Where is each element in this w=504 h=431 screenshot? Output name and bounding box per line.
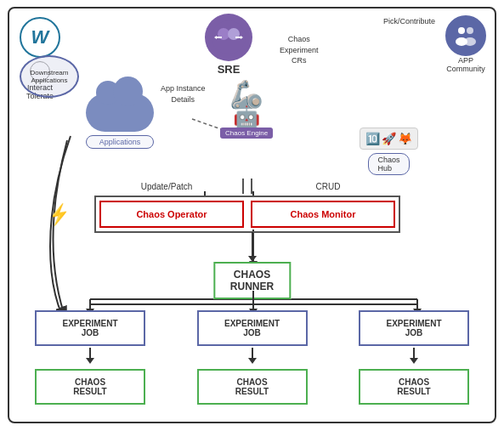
exp-job-box-right: EXPERIMENTJOB <box>359 310 469 346</box>
sre-icon <box>205 14 252 61</box>
app-community-section: APPCommunity <box>445 15 486 73</box>
col-arrow-left <box>86 348 94 364</box>
app-community-icon <box>445 15 486 56</box>
chaos-operator-box: Chaos Operator <box>99 201 244 228</box>
sre-label: SRE <box>218 63 241 76</box>
col-arrow-head-right <box>410 358 418 364</box>
chaos-result-box-center: CHAOSRESULT <box>197 369 308 405</box>
chaos-runner-box: CHAOSRUNNER <box>213 262 291 299</box>
exp-job-label-right: EXPERIMENTJOB <box>386 319 441 337</box>
svg-point-20 <box>458 27 465 34</box>
diagram-container: W InteractTolerate DownstreamApplication… <box>8 7 496 423</box>
chaos-result-label-center: CHAOSRESULT <box>235 377 269 396</box>
col-arrow-line-left <box>89 348 91 358</box>
chaos-hub-label: ChaosHub <box>368 153 409 175</box>
app-instance-label: App InstanceDetails <box>161 83 206 105</box>
arrow-line-1 <box>252 232 253 256</box>
chaos-engine-label: Chaos Engine <box>220 128 273 139</box>
hub-icon-3: 🦊 <box>398 132 412 145</box>
chaos-result-label-right: CHAOSRESULT <box>397 377 430 396</box>
col-arrow-line-right <box>413 348 415 358</box>
arrow-head-1 <box>248 256 257 262</box>
cloud-section: Applications <box>86 94 154 149</box>
hub-icon-2: 🚀 <box>382 132 396 145</box>
chaos-monitor-label: Chaos Monitor <box>291 209 356 219</box>
exp-job-label-left: EXPERIMENTJOB <box>62 319 117 337</box>
downstream-circle: DownstreamApplications <box>20 55 79 98</box>
exp-job-label-center: EXPERIMENTJOB <box>224 319 280 337</box>
col-arrow-head-left <box>86 358 94 364</box>
downstream-label: DownstreamApplications <box>31 69 69 84</box>
chaos-hub-section: 🔟 🚀 🦊 ChaosHub <box>360 128 418 175</box>
chaos-hub-icons-box: 🔟 🚀 🦊 <box>360 128 418 150</box>
chaos-result-box-left: CHAOSRESULT <box>35 369 145 405</box>
robot-body: 🤖 <box>233 108 260 126</box>
crud-row: Update/Patch CRUD <box>94 179 400 194</box>
wordpress-icon: W <box>20 17 60 58</box>
chaos-runner-label: CHAOSRUNNER <box>230 269 274 292</box>
pick-contrib-label: Pick/Contribute <box>383 17 435 26</box>
col-arrow-right <box>410 348 418 364</box>
downstream-applications: DownstreamApplications <box>20 55 79 98</box>
arrow-to-runner <box>248 232 257 262</box>
exp-job-box-center: EXPERIMENTJOB <box>197 310 308 346</box>
chaos-exp-label: ChaosExperimentCRs <box>280 34 319 66</box>
separator <box>242 179 244 194</box>
col-arrow-center <box>248 348 257 364</box>
sre-section: SRE <box>205 14 252 76</box>
col-arrow-head-center <box>248 358 257 364</box>
right-column: EXPERIMENTJOB CHAOSRESULT <box>359 310 469 405</box>
center-column: EXPERIMENTJOB CHAOSRESULT <box>197 310 308 405</box>
app-community-label: APPCommunity <box>446 56 485 73</box>
crud-label: CRUD <box>256 182 400 191</box>
update-patch-label: Update/Patch <box>94 182 239 191</box>
svg-point-23 <box>464 37 476 46</box>
lightning-icon: ⚡ <box>46 202 72 228</box>
applications-label: Applications <box>86 135 154 149</box>
chaos-engine-section: 🦾 🤖 Chaos Engine <box>220 81 273 139</box>
svg-point-21 <box>467 27 473 34</box>
chaos-result-box-right: CHAOSRESULT <box>359 369 469 405</box>
chaos-monitor-box: Chaos Monitor <box>251 201 395 228</box>
chaos-result-label-left: CHAOSRESULT <box>73 377 106 396</box>
col-arrow-line-center <box>252 348 253 358</box>
operator-monitor-container: Chaos Operator Chaos Monitor <box>94 196 400 233</box>
cloud-icon <box>86 94 154 132</box>
bottom-columns: EXPERIMENTJOB CHAOSRESULT EXPERIMENTJOB … <box>35 310 469 405</box>
left-column: EXPERIMENTJOB CHAOSRESULT <box>35 310 145 405</box>
chaos-operator-label: Chaos Operator <box>136 209 207 219</box>
hub-icon-1: 🔟 <box>365 132 380 145</box>
exp-job-box-left: EXPERIMENTJOB <box>35 310 145 346</box>
separator2 <box>251 179 252 194</box>
